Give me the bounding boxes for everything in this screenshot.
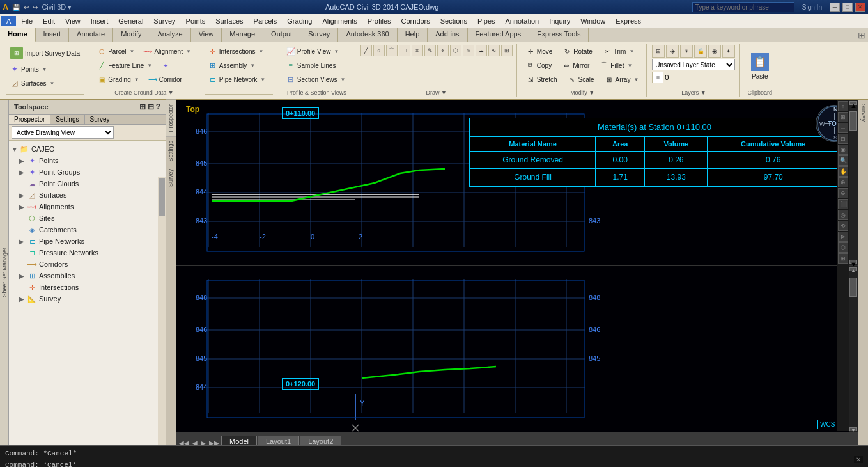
- scrollbar-down-arrow[interactable]: ▼: [849, 260, 857, 264]
- tree-item-alignments[interactable]: ▶ ⟿ Alignments: [19, 201, 163, 212]
- ribbon-tab-insert[interactable]: Insert: [36, 28, 70, 42]
- draw-icon-4[interactable]: □: [399, 45, 410, 56]
- tree-item-pipe-networks[interactable]: ▶ ⊏ Pipe Networks: [19, 235, 163, 247]
- rp-btn-15[interactable]: ⊞: [838, 253, 848, 264]
- draw-icon-6[interactable]: ✎: [424, 45, 436, 56]
- tree-item-assemblies[interactable]: ▶ ⊞ Assemblies: [19, 270, 163, 281]
- tree-item-catchments[interactable]: ◈ Catchments: [19, 224, 163, 235]
- profile-view-button[interactable]: 📈 Profile View ▼: [283, 45, 351, 58]
- layer-icon-4[interactable]: 🔒: [694, 45, 707, 58]
- survey-side-tab[interactable]: Survey: [166, 165, 176, 191]
- scrollbar-up-arrow-bottom[interactable]: ▲: [849, 267, 857, 271]
- layer-icon-5[interactable]: ◉: [708, 45, 721, 58]
- rp-btn-3[interactable]: ↔: [838, 123, 848, 133]
- tab-model[interactable]: Model: [221, 436, 257, 445]
- layer-state-selector[interactable]: Unsaved Layer State: [652, 59, 735, 70]
- menu-item-alignments[interactable]: Alignments: [317, 16, 362, 26]
- rp-btn-4[interactable]: ⊟: [838, 134, 848, 144]
- ribbon-tab-output[interactable]: Output: [263, 28, 300, 42]
- command-area-close[interactable]: ✕: [854, 456, 863, 463]
- menu-item-home[interactable]: A: [1, 16, 16, 26]
- paste-button[interactable]: 📋 Paste: [745, 47, 775, 86]
- tab-nav-left[interactable]: ◀: [191, 439, 199, 445]
- menu-item-edit[interactable]: Edit: [38, 16, 60, 26]
- draw-icon-2[interactable]: ○: [373, 45, 385, 56]
- tree-scrollbar[interactable]: [158, 177, 166, 445]
- menu-item-pipes[interactable]: Pipes: [472, 16, 500, 26]
- points-btn2[interactable]: ✦: [157, 59, 174, 72]
- menu-item-profiles[interactable]: Profiles: [362, 16, 396, 26]
- ribbon-tab-view[interactable]: View: [191, 28, 222, 42]
- array-button[interactable]: ⊞ Array ▼: [601, 73, 643, 86]
- tree-item-intersections[interactable]: ✛ Intersections: [19, 281, 163, 293]
- rp-btn-14[interactable]: ⬡: [838, 242, 848, 253]
- ribbon-tab-modify[interactable]: Modify: [113, 28, 150, 42]
- quick-access-redo[interactable]: ↪: [33, 4, 38, 11]
- bottom-viewport-scrollbar[interactable]: ▲ ▼: [849, 266, 858, 432]
- import-survey-data-button[interactable]: ⊞ Import Survey Data: [6, 45, 84, 61]
- tree-item-survey[interactable]: ▶ 📐 Survey: [19, 293, 163, 305]
- rp-btn-1[interactable]: ↑: [838, 101, 848, 111]
- ribbon-expand-icon[interactable]: ⊞: [858, 30, 865, 40]
- prospector-side-tab[interactable]: Prospector: [166, 100, 176, 136]
- tree-item-surfaces[interactable]: ▶ ◿ Surfaces: [19, 189, 163, 201]
- rp-btn-11[interactable]: ◷: [838, 210, 848, 220]
- menu-item-grading[interactable]: Grading: [282, 16, 317, 26]
- layer-icon-6[interactable]: ✦: [722, 45, 735, 58]
- toolspace-expand-icon[interactable]: ⊞: [139, 102, 146, 111]
- draw-icon-11[interactable]: ∿: [488, 45, 500, 56]
- draw-icon-8[interactable]: ⬡: [450, 45, 461, 56]
- menu-item-insert[interactable]: Insert: [86, 16, 114, 26]
- top-viewport-scrollbar[interactable]: ▲ ▼: [849, 100, 858, 265]
- menu-item-window[interactable]: Window: [575, 16, 610, 26]
- alignment-button[interactable]: ⟿ Alignment ▼: [139, 45, 194, 58]
- sign-in-btn[interactable]: Sign In: [797, 4, 827, 11]
- menu-item-inquiry[interactable]: Inquiry: [544, 16, 575, 26]
- ribbon-tab-survey[interactable]: Survey: [300, 28, 338, 42]
- scrollbar-up-arrow[interactable]: ▲: [849, 101, 857, 105]
- tab-layout2[interactable]: Layout2: [300, 436, 341, 445]
- tree-item-point-groups[interactable]: ▶ ✦ Point Groups: [19, 166, 163, 178]
- grading-button[interactable]: ▣ Grading ▼: [93, 73, 143, 86]
- corridor-button[interactable]: ⟶ Corridor: [144, 73, 186, 86]
- tab-layout1[interactable]: Layout1: [258, 436, 299, 445]
- restore-button[interactable]: □: [842, 3, 853, 12]
- feature-line-button[interactable]: ╱ Feature Line ▼: [93, 59, 156, 72]
- close-button[interactable]: ✕: [855, 3, 865, 12]
- draw-icon-9[interactable]: ≈: [463, 45, 474, 56]
- ribbon-tab-autodesk360[interactable]: Autodesk 360: [338, 28, 397, 42]
- sample-lines-button[interactable]: ≡ Sample Lines: [283, 59, 351, 72]
- settings-tab[interactable]: Settings: [50, 115, 84, 124]
- scrollbar-thumb-bottom[interactable]: [849, 278, 857, 297]
- menu-item-view[interactable]: View: [60, 16, 86, 26]
- rp-btn-12[interactable]: ⟲: [838, 221, 848, 231]
- section-views-button[interactable]: ⊟ Section Views ▼: [283, 73, 351, 86]
- mirror-button[interactable]: ⇔ Mirror: [558, 59, 593, 72]
- ribbon-tab-addins[interactable]: Add-ins: [428, 28, 467, 42]
- tab-nav-right-right[interactable]: ▶▶: [208, 439, 221, 445]
- tree-item-sites[interactable]: ⬡ Sites: [19, 212, 163, 224]
- rp-btn-13[interactable]: ⊳: [838, 232, 848, 242]
- search-input[interactable]: [692, 2, 794, 12]
- menu-item-survey[interactable]: Survey: [148, 16, 180, 26]
- quick-access-undo[interactable]: ↩: [24, 4, 29, 11]
- scrollbar-down-arrow-bottom[interactable]: ▼: [849, 427, 857, 431]
- toolspace-help-icon[interactable]: ?: [156, 102, 160, 111]
- pipe-network-button[interactable]: ⊏ Pipe Network ▼: [205, 73, 273, 86]
- menu-item-surfaces[interactable]: Surfaces: [210, 16, 248, 26]
- ribbon-tab-manage[interactable]: Manage: [222, 28, 263, 42]
- draw-icon-3[interactable]: ⌒: [386, 45, 398, 56]
- trim-button[interactable]: ✂ Trim ▼: [599, 45, 639, 58]
- rp-btn-8[interactable]: ⊕: [838, 177, 848, 187]
- draw-icon-5[interactable]: ⌗: [412, 45, 423, 56]
- ribbon-tab-annotate[interactable]: Annotate: [69, 28, 113, 42]
- ribbon-tab-help[interactable]: Help: [398, 28, 428, 42]
- parcel-button[interactable]: ⬡ Parcel ▼: [93, 45, 138, 58]
- rp-btn-6[interactable]: 🔍: [838, 155, 848, 166]
- sheet-set-manager-label[interactable]: Sheet Set Manager: [1, 248, 8, 297]
- tab-nav-left-left[interactable]: ◀◀: [178, 439, 190, 445]
- scale-button[interactable]: ⤡ Scale: [564, 73, 598, 86]
- rp-btn-10[interactable]: ⬛: [838, 199, 848, 209]
- rotate-button[interactable]: ↻ Rotate: [559, 45, 596, 58]
- ribbon-tab-featuredapps[interactable]: Featured Apps: [468, 28, 530, 42]
